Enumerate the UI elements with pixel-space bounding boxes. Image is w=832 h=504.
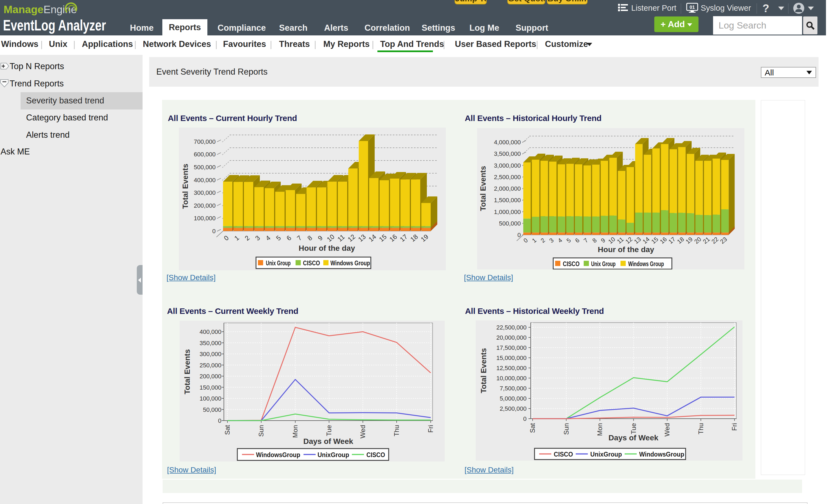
svg-text:100,000: 100,000: [193, 215, 216, 222]
svg-text:700,000: 700,000: [193, 138, 216, 145]
svg-text:50,000: 50,000: [203, 406, 222, 413]
svg-text:Days of Week: Days of Week: [303, 437, 353, 446]
svg-text:Tue: Tue: [630, 423, 637, 434]
svg-text:Wed: Wed: [359, 425, 366, 439]
svg-text:WindowsGroup: WindowsGroup: [256, 451, 300, 458]
svg-text:Windows Group: Windows Group: [331, 259, 370, 267]
svg-text:Hour of the day: Hour of the day: [598, 245, 654, 254]
svg-text:2,500,000: 2,500,000: [500, 405, 526, 412]
svg-text:200,000: 200,000: [200, 373, 222, 380]
svg-text:12,500,000: 12,500,000: [496, 365, 526, 371]
svg-text:WindowsGroup: WindowsGroup: [639, 450, 684, 458]
svg-text:7,500,000: 7,500,000: [500, 385, 526, 392]
svg-text:15,000,000: 15,000,000: [496, 355, 526, 361]
svg-text:Fri: Fri: [427, 425, 434, 433]
svg-text:2,500,000: 2,500,000: [494, 174, 521, 180]
svg-text:300,000: 300,000: [193, 189, 216, 196]
svg-text:250,000: 250,000: [200, 362, 222, 369]
svg-text:1,000,000: 1,000,000: [494, 208, 521, 215]
svg-text:10,000,000: 10,000,000: [496, 375, 526, 382]
svg-text:Thu: Thu: [697, 423, 705, 434]
svg-text:CISCO: CISCO: [366, 451, 385, 458]
svg-text:Sun: Sun: [563, 423, 570, 435]
svg-text:100,000: 100,000: [200, 395, 222, 402]
svg-text:CISCO: CISCO: [563, 260, 579, 268]
svg-text:Total Events: Total Events: [479, 166, 487, 211]
svg-text:500,000: 500,000: [193, 164, 216, 171]
svg-text:Sun: Sun: [257, 425, 265, 437]
svg-text:200,000: 200,000: [193, 202, 216, 209]
svg-text:CISCO: CISCO: [303, 259, 320, 267]
svg-text:Thu: Thu: [393, 425, 400, 436]
svg-text:01: 01: [690, 5, 695, 10]
svg-text:Unix Group: Unix Group: [591, 260, 616, 268]
svg-text:400,000: 400,000: [200, 328, 222, 335]
svg-text:22,500,000: 22,500,000: [496, 324, 526, 331]
svg-text:UnixGroup: UnixGroup: [317, 451, 349, 458]
svg-text:Sat: Sat: [224, 425, 231, 435]
svg-text:1,500,000: 1,500,000: [494, 197, 521, 203]
svg-text:400,000: 400,000: [193, 177, 216, 184]
svg-text:Total Events: Total Events: [479, 348, 488, 393]
svg-text:0: 0: [218, 417, 222, 424]
svg-text:Fri: Fri: [731, 423, 738, 431]
svg-text:150,000: 150,000: [200, 384, 222, 391]
svg-text:4,000,000: 4,000,000: [494, 139, 521, 146]
svg-text:Hour of the day: Hour of the day: [298, 244, 355, 252]
svg-text:CISCO: CISCO: [554, 450, 573, 458]
svg-text:2,000,000: 2,000,000: [494, 185, 521, 192]
svg-text:20,000,000: 20,000,000: [496, 334, 526, 341]
svg-text:300,000: 300,000: [200, 351, 222, 358]
svg-text:Tue: Tue: [325, 425, 333, 436]
svg-text:Unix Group: Unix Group: [266, 259, 291, 267]
svg-text:0: 0: [212, 228, 216, 234]
svg-text:Mon: Mon: [291, 425, 299, 438]
svg-text:Days of Week: Days of Week: [608, 433, 658, 442]
svg-text:5,000,000: 5,000,000: [500, 395, 526, 402]
svg-text:Total Events: Total Events: [181, 164, 189, 209]
svg-text:Windows Group: Windows Group: [628, 260, 664, 268]
svg-text:3,500,000: 3,500,000: [494, 150, 521, 157]
svg-text:UnixGroup: UnixGroup: [590, 450, 622, 458]
svg-text:0: 0: [523, 415, 526, 422]
svg-text:Mon: Mon: [596, 423, 603, 436]
svg-text:Total Events: Total Events: [183, 349, 191, 394]
svg-text:Wed: Wed: [664, 423, 671, 437]
svg-text:500,000: 500,000: [499, 220, 521, 227]
svg-text:600,000: 600,000: [193, 151, 216, 158]
svg-text:Sat: Sat: [529, 423, 536, 433]
svg-text:17,500,000: 17,500,000: [496, 344, 526, 351]
svg-text:350,000: 350,000: [200, 340, 222, 346]
svg-text:3,000,000: 3,000,000: [494, 162, 521, 169]
